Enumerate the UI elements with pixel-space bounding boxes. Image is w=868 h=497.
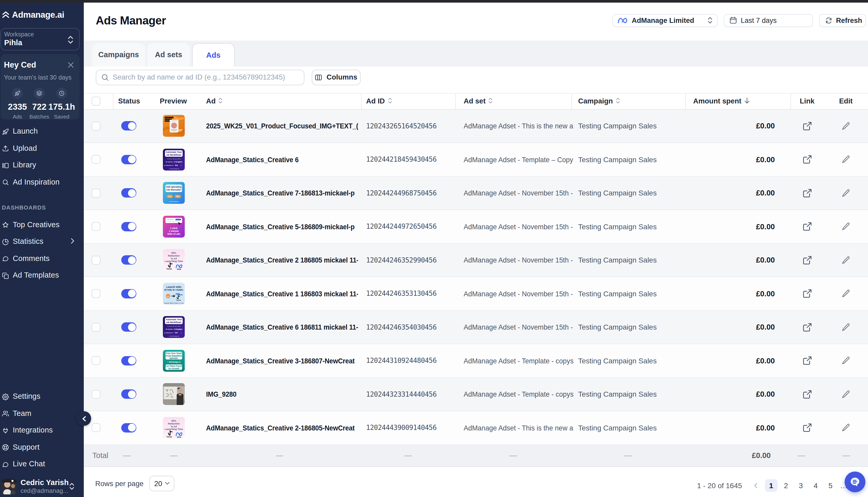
status-toggle[interactable] <box>121 188 136 198</box>
row-checkbox[interactable] <box>91 189 100 198</box>
pagination-page-5[interactable]: 5 <box>824 479 837 492</box>
column-header-status[interactable]: Status <box>118 93 140 109</box>
open-link-button[interactable] <box>790 210 824 243</box>
date-range-button[interactable]: Last 7 days <box>724 14 813 27</box>
sidebar-item-settings[interactable]: Settings <box>0 388 84 405</box>
edit-button[interactable] <box>824 344 868 377</box>
sidebar-item-comments[interactable]: Comments <box>0 250 84 267</box>
tab-ads[interactable]: Ads <box>192 43 235 66</box>
status-toggle[interactable] <box>121 389 136 399</box>
ad-preview-thumbnail[interactable]: Free Your TeamFrom RepetitiveUploads.⌂ A… <box>163 350 185 372</box>
open-link-button[interactable] <box>790 311 824 344</box>
column-header-preview[interactable]: Preview <box>160 93 187 109</box>
status-toggle[interactable] <box>121 323 136 332</box>
ad-name[interactable]: AdManage_Statics_Creative 6 186811 micka… <box>206 323 358 331</box>
refresh-button[interactable]: Refresh <box>819 14 866 27</box>
column-header-amount[interactable]: Amount spent <box>693 93 750 109</box>
ad-preview-thumbnail[interactable]: Automate YourAd WorkflowsConnect all you… <box>163 316 185 338</box>
edit-button[interactable] <box>824 110 868 142</box>
sidebar-item-integrations[interactable]: Integrations <box>0 422 84 439</box>
tab-ad-sets[interactable]: Ad sets <box>147 43 190 66</box>
row-checkbox[interactable] <box>91 323 100 332</box>
ad-name[interactable]: AdManage_Statics_Creative 3-186807-NewCr… <box>206 357 355 365</box>
ad-name[interactable]: IMG_9280 <box>206 390 236 398</box>
pagination-page-1[interactable]: 1 <box>765 479 777 492</box>
sidebar-item-ad-templates[interactable]: Ad Templates <box>0 267 84 284</box>
sidebar-item-support[interactable]: Support <box>0 439 84 455</box>
column-header-ad[interactable]: Ad <box>206 93 223 109</box>
user-profile[interactable]: Cedric Yarish ced@admanag... <box>1 478 82 494</box>
sidebar-item-library[interactable]: Library <box>0 156 84 173</box>
ad-preview-thumbnail[interactable]: 90%Reductionin AdLaunching TimeTikTokMet… <box>163 249 185 271</box>
open-link-button[interactable] <box>790 411 824 444</box>
close-icon[interactable] <box>67 61 74 68</box>
pagination-page-2[interactable]: 2 <box>780 479 792 492</box>
sidebar-item-launch[interactable]: Launch <box>0 123 84 140</box>
open-link-button[interactable] <box>790 244 824 276</box>
status-toggle[interactable] <box>121 122 136 131</box>
columns-button[interactable]: Columns <box>312 69 361 85</box>
select-all-checkbox[interactable] <box>91 97 100 105</box>
edit-button[interactable] <box>824 378 868 411</box>
column-header-link[interactable]: Link <box>790 93 824 109</box>
edit-button[interactable] <box>824 176 868 210</box>
row-checkbox[interactable] <box>91 356 100 365</box>
sidebar-item-upload[interactable]: Upload <box>0 140 84 156</box>
account-selector-button[interactable]: AdManage Limited <box>612 14 718 27</box>
status-toggle[interactable] <box>121 256 136 265</box>
pagination-page-4[interactable]: 4 <box>810 479 822 492</box>
open-link-button[interactable] <box>790 176 824 210</box>
workspace-selector[interactable]: Workspace Pihla <box>0 28 79 51</box>
open-link-button[interactable] <box>790 378 824 411</box>
row-checkbox[interactable] <box>91 390 100 399</box>
ad-preview-thumbnail[interactable]: 1 click1 minute100s of ads <box>163 216 185 238</box>
pagination-prev-button[interactable] <box>754 482 758 489</box>
edit-button[interactable] <box>824 143 868 176</box>
app-logo[interactable]: Admanage.ai <box>0 3 84 20</box>
status-toggle[interactable] <box>121 155 136 164</box>
status-toggle[interactable] <box>121 289 136 298</box>
row-checkbox[interactable] <box>91 423 100 432</box>
edit-button[interactable] <box>824 210 868 243</box>
edit-button[interactable] <box>824 244 868 276</box>
ad-name[interactable]: AdManage_Statics_Creative 2-186805-NewCr… <box>206 424 355 432</box>
column-header-ad_id[interactable]: Ad ID <box>366 93 392 109</box>
ad-name[interactable]: AdManage_Statics_Creative 2 186805 micka… <box>206 256 358 264</box>
column-header-ad_set[interactable]: Ad set <box>464 93 493 109</box>
ad-preview-thumbnail[interactable]: 90%Reductionin AdLaunching TimeTikTokMet… <box>163 417 185 439</box>
ad-preview-thumbnail[interactable] <box>163 115 185 137</box>
column-header-edit[interactable]: Edit <box>824 93 868 109</box>
status-toggle[interactable] <box>121 423 136 432</box>
pagination-page-3[interactable]: 3 <box>795 479 807 492</box>
rows-per-page-select[interactable]: 20 <box>149 476 175 491</box>
tab-campaigns[interactable]: Campaigns <box>92 43 145 66</box>
row-checkbox[interactable] <box>91 222 100 231</box>
ad-name[interactable]: AdManage_Statics_Creative 6 <box>206 155 299 164</box>
ad-preview-thumbnail[interactable]: Automate YourAd WorkflowsConnect all you… <box>163 149 185 171</box>
ad-name[interactable]: AdManage_Statics_Creative 5-186809-micka… <box>206 223 355 231</box>
ad-preview-thumbnail[interactable]: Still UploadingAds Manually?YesNo⌂ Adman… <box>163 182 185 204</box>
live-chat-fab[interactable] <box>844 471 865 492</box>
sidebar-item-ad-inspiration[interactable]: Ad Inspiration <box>0 173 84 190</box>
sidebar-item-team[interactable]: Team <box>0 405 84 422</box>
open-link-button[interactable] <box>790 143 824 176</box>
open-link-button[interactable] <box>790 344 824 377</box>
row-checkbox[interactable] <box>91 289 100 298</box>
row-checkbox[interactable] <box>91 122 100 130</box>
row-checkbox[interactable] <box>91 155 100 164</box>
ad-preview-thumbnail[interactable]: Launch 100sof Ads in <1min.adsMetaTikTok… <box>163 283 185 304</box>
edit-button[interactable] <box>824 277 868 310</box>
status-toggle[interactable] <box>121 356 136 366</box>
sidebar-collapse-button[interactable] <box>77 411 91 426</box>
column-header-campaign[interactable]: Campaign <box>578 93 620 109</box>
sidebar-item-top-creatives[interactable]: Top Creatives <box>0 216 84 233</box>
status-toggle[interactable] <box>121 222 136 231</box>
open-link-button[interactable] <box>790 110 824 142</box>
ad-name[interactable]: 2025_WK25_V01_Product_Focused_IMG+TEXT_( <box>206 122 358 130</box>
ad-name[interactable]: AdManage_Statics_Creative 7-186813-micka… <box>206 189 355 197</box>
sidebar-item-statistics[interactable]: Statistics <box>0 233 84 250</box>
ad-preview-thumbnail[interactable] <box>163 383 185 405</box>
sidebar-item-live-chat[interactable]: Live Chat <box>0 455 84 472</box>
edit-button[interactable] <box>824 411 868 444</box>
row-checkbox[interactable] <box>91 256 100 265</box>
